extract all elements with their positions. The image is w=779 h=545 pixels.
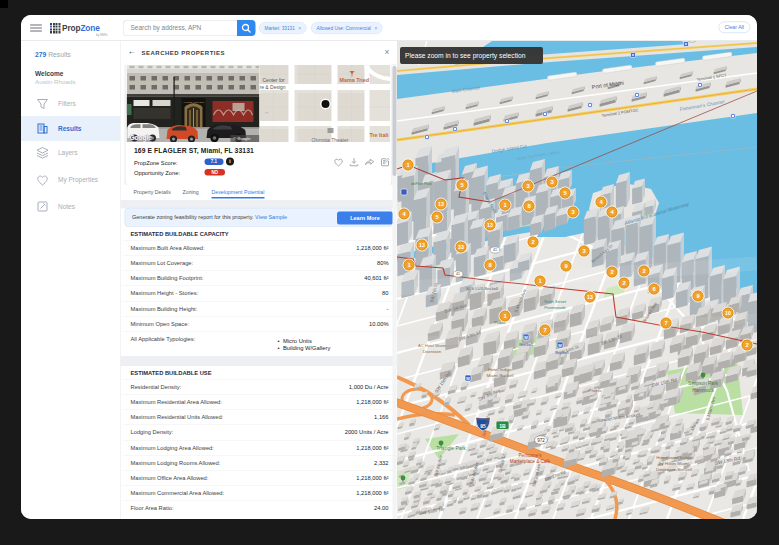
svg-text:ALFRED I DUPONT: ALFRED I DUPONT [183, 101, 205, 104]
svg-text:Promenade: Promenade [544, 305, 566, 310]
svg-text:13: 13 [587, 294, 593, 300]
svg-text:Tenth Street: Tenth Street [544, 299, 567, 304]
svg-text:Mama Tried: Mama Tried [340, 77, 370, 83]
svg-text:dePort Park: dePort Park [411, 181, 432, 186]
svg-text:2: 2 [610, 269, 613, 275]
svg-text:Brickell: Brickell [519, 342, 533, 347]
svg-text:Miami Brickell: Miami Brickell [486, 373, 513, 378]
svg-text:Simpson Park: Simpson Park [688, 381, 718, 386]
svg-text:re & Design: re & Design [260, 84, 286, 90]
svg-text:Please zoom in to see property: Please zoom in to see property selection [405, 52, 526, 60]
svg-text:Triangle Park: Triangle Park [436, 445, 466, 451]
svg-text:M: M [466, 376, 470, 381]
svg-text:13: 13 [487, 222, 493, 228]
svg-text:33: 33 [458, 244, 464, 250]
svg-text:Perricone’s: Perricone’s [519, 453, 543, 458]
svg-text:2: 2 [622, 280, 625, 286]
svg-text:2: 2 [642, 268, 645, 274]
svg-text:Olympia Theater: Olympia Theater [312, 137, 349, 143]
svg-text:10: 10 [725, 310, 731, 316]
svg-text:Google: Google [130, 134, 153, 142]
svg-text:Marketplace & Café: Marketplace & Café [510, 459, 551, 464]
svg-text:41: 41 [456, 272, 460, 276]
svg-text:2: 2 [531, 239, 534, 245]
svg-text:13: 13 [419, 242, 425, 248]
svg-text:© Google: © Google [234, 136, 252, 141]
svg-text:41: 41 [493, 248, 497, 252]
svg-text:M: M [558, 343, 562, 348]
svg-text:13: 13 [438, 201, 444, 207]
svg-text:Hotel Indigo: Hotel Indigo [488, 367, 512, 372]
svg-text:Hammock: Hammock [692, 388, 714, 393]
svg-text:2: 2 [745, 342, 748, 348]
svg-text:7: 7 [543, 327, 546, 333]
svg-text:7: 7 [664, 320, 667, 326]
svg-text:972: 972 [537, 438, 545, 443]
svg-text:Homewood Suites: Homewood Suites [656, 455, 692, 460]
svg-text:1B: 1B [499, 423, 506, 429]
svg-text:Center for: Center for [263, 77, 286, 83]
svg-text:Phenix: Phenix [589, 388, 603, 393]
svg-text:Downtown/Brickell: Downtown/Brickell [656, 467, 692, 472]
svg-text:Downtown: Downtown [423, 349, 442, 354]
svg-text:by Hilton Miami: by Hilton Miami [659, 461, 689, 466]
svg-text:Tre Itali: Tre Itali [370, 132, 389, 138]
